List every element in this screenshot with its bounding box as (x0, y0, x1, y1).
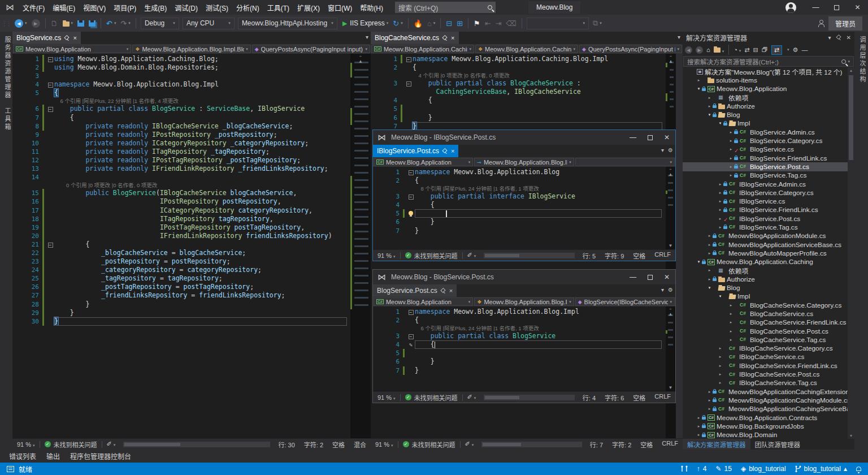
tree-item[interactable]: ▾Blog (683, 110, 848, 119)
code-line[interactable]: 22 _blogCacheService = blogCacheService; (12, 249, 350, 257)
code-line[interactable]: 3− public partial class BlogService (373, 332, 665, 340)
code-line[interactable]: 4−namespace Meowv.Blog.Application.Blog.… (12, 80, 350, 89)
floating-window-blogservice-post[interactable]: ⋈ Meowv.Blog - BlogService.Post.cs — ✕ B… (372, 269, 676, 403)
collapsed-arrow-icon[interactable]: ▸ (706, 277, 713, 282)
sync-with-active-document-button[interactable]: ⇄ (771, 45, 782, 55)
gear-icon[interactable]: ⚙ (668, 287, 673, 293)
close-button[interactable]: ✕ (658, 131, 675, 144)
nav-combo[interactable]: C#Meowv.Blog.Application▾ (13, 45, 131, 53)
chevron-down-icon[interactable]: ▾ (828, 34, 831, 41)
minimap[interactable]: ÷▲ ▼ (666, 306, 675, 391)
collapsed-arrow-icon[interactable]: ▸ (706, 234, 713, 238)
tree-item[interactable]: ▸C#BlogCacheService.Tag.cs (683, 335, 848, 344)
tree-item[interactable]: ▸C#IBlogService.FriendLink.cs (683, 206, 848, 214)
tree-item[interactable]: ▸▦依赖项 (683, 93, 848, 102)
code-line[interactable]: 3− public partial interface IBlogService (373, 192, 665, 201)
code-line[interactable]: 6 } (373, 357, 665, 366)
browse-home-button[interactable]: ⌂ (427, 19, 432, 28)
code-line[interactable]: 21− { (12, 240, 350, 249)
health-indicator[interactable]: ✓未找到相关问题 (405, 251, 458, 260)
code-line[interactable]: 13 private readonly IFriendLinkRepositor… (12, 165, 350, 173)
code-line[interactable]: 29 } (12, 309, 350, 317)
tree-item[interactable]: ▾Impl (683, 119, 848, 128)
maximize-button[interactable] (641, 270, 658, 284)
health-indicator[interactable]: ✓未找到相关问题 (405, 393, 458, 402)
repository-selector[interactable]: ◈ blog_tutorial (741, 465, 786, 473)
code-line[interactable]: 4✎ { (373, 340, 665, 349)
pin-icon[interactable] (836, 35, 841, 40)
tree-item[interactable]: ▸C#BlogCacheService.Category.cs (683, 301, 848, 309)
collapsed-arrow-icon[interactable]: ▸ (728, 156, 734, 161)
code-cleanup-button[interactable]: ✐▾ (465, 441, 474, 448)
tree-item[interactable]: ▸C#Meowv.Blog.Domain (683, 430, 848, 439)
menu-item-10[interactable]: 窗口(W) (324, 1, 356, 15)
collapse-all-button[interactable]: ⊟ (753, 46, 758, 54)
code-line[interactable]: 18 ITagRepository tagRepository, (12, 215, 350, 223)
bookmark-next-button[interactable]: ⇥ (496, 19, 502, 28)
code-cleanup-button[interactable]: ✐▾ (467, 252, 476, 259)
open-file-button[interactable] (63, 21, 70, 27)
menu-item-0[interactable]: 文件(F) (19, 1, 49, 15)
tree-item[interactable]: ▸Authorize (683, 275, 848, 283)
collapsed-arrow-icon[interactable]: ▸ (717, 191, 723, 195)
code-line[interactable]: 6 } (373, 218, 665, 226)
tree-item[interactable]: ▸C#IBlogCacheService.Category.cs (683, 344, 848, 353)
account-avatar[interactable] (785, 2, 796, 13)
code-line[interactable]: 1−namespace Meowv.Blog.Application.Cachi… (371, 55, 666, 63)
code-line[interactable]: 24 _categoryRepository = categoryReposit… (12, 266, 350, 274)
tree-item[interactable]: ▸▦依赖项 (683, 266, 848, 275)
save-all-button[interactable] (89, 20, 96, 27)
tab-blogcacheservice-cs[interactable]: BlogCacheService.cs × (371, 32, 459, 44)
code-line[interactable]: CachingServiceBase, IBlogCacheService (371, 88, 666, 96)
code-line[interactable]: 1−using Meowv.Blog.Application.Caching.B… (12, 55, 350, 63)
find-in-files-button[interactable]: ⧉ (593, 19, 598, 28)
empty-combo-select[interactable]: ▾ (527, 18, 589, 29)
fold-collapse-icon[interactable]: − (48, 57, 53, 62)
close-icon[interactable]: × (73, 34, 76, 41)
tree-item[interactable]: ▸✓C#BlogService.cs (683, 145, 848, 154)
fold-collapse-icon[interactable]: − (406, 57, 411, 62)
collapsed-arrow-icon[interactable]: ▸ (728, 320, 734, 325)
tab-iblogservice-post-cs[interactable]: IBlogService.Post.cs × (373, 145, 458, 157)
menu-item-7[interactable]: 分析(N) (232, 1, 263, 15)
collapsed-arrow-icon[interactable]: ▸ (706, 251, 713, 256)
minimap[interactable]: ÷▲ (350, 54, 371, 438)
code-line[interactable]: 5 (373, 349, 665, 357)
collapsed-arrow-icon[interactable]: ▸ (696, 416, 702, 420)
close-icon[interactable]: × (449, 287, 453, 294)
close-icon[interactable]: ✕ (847, 34, 851, 41)
code-line[interactable]: 3 (12, 72, 350, 80)
float-window-title-bar[interactable]: ⋈ Meowv.Blog - BlogService.Post.cs — ✕ (373, 270, 675, 284)
tree-item[interactable]: ▸C#IBlogService.cs (683, 197, 848, 205)
minimize-button[interactable]: — (624, 270, 641, 284)
tab-list-dropdown[interactable]: ▾ (366, 34, 368, 40)
code-line[interactable]: 1−namespace Meowv.Blog.Application.Blog (373, 168, 665, 176)
collapsed-arrow-icon[interactable]: ▸ (717, 182, 723, 187)
tree-item[interactable]: ▸C#IBlogCacheService.Post.cs (683, 370, 848, 378)
menu-item-11[interactable]: 帮助(H) (356, 1, 387, 15)
fold-collapse-icon[interactable]: − (406, 81, 411, 87)
nav-combo[interactable]: ❖Meowv.Blog.Application.Blog.Im▾ (474, 297, 574, 306)
pending-edits[interactable]: ✎ 15 (716, 465, 732, 473)
code-line[interactable]: 6 } (371, 114, 666, 122)
tree-item[interactable]: ▸C#Meowv.Blog.BackgroundJobs (683, 422, 848, 430)
maximize-button[interactable] (641, 131, 658, 144)
nav-combo[interactable]: ❖Meowv.Blog.Application.Caching▾ (475, 45, 578, 53)
collapsed-arrow-icon[interactable]: ▸ (717, 346, 723, 351)
collapsed-arrow-icon[interactable]: ▸ (706, 398, 713, 403)
collapsed-arrow-icon[interactable]: ▸ (717, 355, 723, 359)
collapsed-arrow-icon[interactable]: ▸ (717, 364, 723, 368)
tab-package-manager-console[interactable]: 程序包管理器控制台 (66, 450, 136, 463)
collapsed-arrow-icon[interactable]: ▸ (696, 424, 702, 429)
tree-item[interactable]: ▸C#BlogService.Tag.cs (683, 171, 848, 180)
expanded-arrow-icon[interactable]: ▾ (696, 87, 702, 91)
code-line[interactable]: 28 } (12, 300, 350, 309)
tree-item[interactable]: 解决方案"Meowv.Blog"(第 12 个项目, 共 12 个) (683, 67, 848, 76)
code-line[interactable]: 16 IPostRepository postRepository, (12, 197, 350, 206)
zoom-level[interactable]: 91 %▾ (375, 441, 393, 448)
code-line[interactable]: 15 public BlogService(IBlogCacheService … (12, 189, 350, 197)
preview-selected-items-button[interactable]: — (801, 46, 808, 53)
bookmark-clear-button[interactable]: ⌫ (506, 19, 517, 28)
tab-list-dropdown[interactable]: ▾ (661, 147, 664, 153)
code-line[interactable]: 17 ICategoryRepository categoryRepositor… (12, 206, 350, 215)
